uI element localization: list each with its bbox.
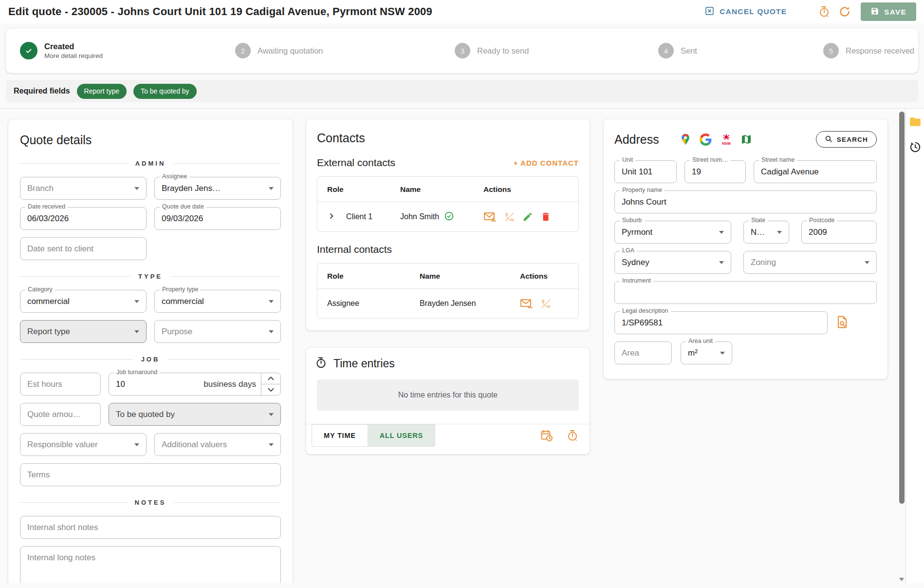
svg-text:NSW: NSW: [722, 141, 731, 146]
est-hours-field[interactable]: Est hours: [20, 373, 101, 396]
quote-due-date-field[interactable]: Quote due date 09/03/2026: [154, 207, 281, 230]
step-label: Created: [44, 42, 103, 51]
step-sent[interactable]: 4 Sent: [658, 28, 697, 73]
expand-row-button[interactable]: [327, 212, 335, 222]
folder-icon[interactable]: [909, 115, 922, 128]
unit-field[interactable]: Unit Unit 101: [614, 160, 677, 183]
additional-valuers-select[interactable]: Additional valuers: [154, 433, 281, 456]
step-awaiting-quotation[interactable]: 2 Awaiting quotation: [235, 28, 323, 73]
purpose-select[interactable]: Purpose: [154, 320, 281, 343]
chevron-down-icon: [777, 231, 782, 234]
timer-button[interactable]: [816, 3, 832, 20]
area-field[interactable]: Area: [614, 341, 672, 364]
step-label: Sent: [681, 46, 697, 56]
required-fields-band: Required fields Report type To be quoted…: [6, 80, 918, 102]
assignee-select[interactable]: Assignee Brayden Jens…: [154, 177, 281, 200]
step-created[interactable]: Created More detail required: [20, 28, 103, 73]
scrollbar-thumb[interactable]: [899, 112, 905, 504]
postcode-field[interactable]: Postcode 2009: [801, 221, 877, 244]
google-maps-pin-icon[interactable]: [680, 133, 691, 146]
lga-select[interactable]: LGA Sydney: [614, 251, 731, 274]
timer-icon[interactable]: [566, 429, 579, 442]
suburb-select[interactable]: Suburb Pyrmont: [614, 221, 731, 244]
legal-description-field[interactable]: Legal description 1/SP69581: [614, 311, 828, 334]
chevron-down-icon: [720, 352, 725, 355]
edit-contact-icon[interactable]: [522, 211, 533, 222]
zoning-select[interactable]: Zoning: [743, 251, 877, 274]
step-sublabel: More detail required: [44, 52, 103, 59]
job-turnaround-stepper: [261, 373, 280, 395]
add-contact-button[interactable]: + ADD CONTACT: [514, 159, 579, 167]
area-unit-select[interactable]: Area unit m²: [681, 341, 732, 364]
column-role: Role: [327, 185, 400, 194]
required-chip-to-be-quoted-by[interactable]: To be quoted by: [133, 84, 197, 99]
property-type-select[interactable]: Property type commercial: [154, 290, 281, 313]
document-search-icon[interactable]: [836, 315, 849, 331]
phone-disabled-icon: [540, 298, 552, 309]
tab-my-time[interactable]: MY TIME: [312, 424, 368, 447]
chevron-down-icon: [134, 187, 139, 190]
report-type-select[interactable]: Report type: [20, 320, 147, 343]
history-icon[interactable]: [909, 141, 921, 153]
step-label: Awaiting quotation: [258, 46, 323, 56]
section-type: TYPE: [138, 273, 163, 280]
terms-field[interactable]: Terms: [20, 463, 281, 486]
vertical-scrollbar[interactable]: [899, 109, 905, 583]
step-ready-to-send[interactable]: 3 Ready to send: [455, 28, 529, 73]
job-turnaround-field[interactable]: Job turnaround 10 business days: [109, 373, 281, 396]
scrollbar-down-arrow[interactable]: [899, 578, 904, 581]
step-number: 5: [823, 43, 839, 58]
increment-button[interactable]: [261, 373, 280, 384]
decrement-button[interactable]: [261, 384, 280, 395]
column-name: Name: [420, 272, 520, 281]
google-icon[interactable]: [700, 133, 712, 146]
table-row: Assignee Brayden Jensen: [317, 289, 578, 318]
column-role: Role: [327, 272, 420, 281]
step-number: 3: [455, 43, 470, 58]
required-chip-report-type[interactable]: Report type: [77, 84, 127, 99]
tab-all-users[interactable]: ALL USERS: [368, 424, 435, 447]
page-title: Edit quote - 230005 - Johns Court Unit 1…: [8, 5, 432, 18]
send-email-icon[interactable]: [483, 211, 497, 223]
street-number-field[interactable]: Street num… 19: [684, 160, 746, 183]
branch-select[interactable]: Branch: [20, 177, 147, 200]
search-icon: [825, 135, 832, 144]
send-email-icon[interactable]: [520, 298, 533, 309]
external-contacts-heading: External contacts: [317, 157, 395, 169]
responsible-valuer-select[interactable]: Responsible valuer: [20, 433, 147, 456]
internal-contacts-heading: Internal contacts: [317, 244, 392, 255]
chevron-down-icon: [134, 300, 139, 303]
instrument-field[interactable]: Instrument: [614, 281, 877, 304]
save-button[interactable]: SAVE: [861, 2, 916, 21]
internal-long-notes-field[interactable]: Internal long notes: [20, 546, 281, 583]
date-received-field[interactable]: Date received 06/03/2026: [20, 207, 147, 230]
header-bar: Edit quote - 230005 - Johns Court Unit 1…: [0, 0, 924, 23]
contacts-card: Contacts External contacts + ADD CONTACT…: [306, 119, 590, 330]
chevron-down-icon: [719, 231, 724, 234]
date-sent-to-client-field[interactable]: Date sent to client: [20, 237, 147, 260]
state-select[interactable]: State N…: [743, 221, 789, 244]
to-be-quoted-by-select[interactable]: To be quoted by: [109, 403, 281, 426]
address-card: Address: [604, 119, 887, 379]
step-label: Ready to send: [477, 46, 529, 56]
delete-contact-icon[interactable]: [540, 211, 551, 222]
cancel-quote-button[interactable]: CANCEL QUOTE: [704, 6, 787, 18]
step-response-received[interactable]: 5 Response received: [823, 28, 914, 73]
category-select[interactable]: Category commercial: [20, 290, 147, 313]
chevron-down-icon: [269, 413, 274, 416]
street-name-field[interactable]: Street name Cadigal Avenue: [754, 160, 877, 183]
time-entries-card: Time entries No time entries for this qu…: [306, 348, 590, 454]
quote-details-title: Quote details: [20, 133, 281, 147]
internal-contacts-table: Role Name Actions Assignee Brayden Jense…: [317, 263, 579, 319]
internal-short-notes-field[interactable]: Internal short notes: [20, 516, 281, 539]
right-toolbar: [906, 109, 924, 583]
address-search-button[interactable]: SEARCH: [816, 131, 877, 148]
nsw-planning-icon[interactable]: NSW: [720, 133, 733, 146]
quote-amount-field[interactable]: Quote amou…: [20, 403, 101, 426]
calendar-clock-icon[interactable]: [540, 429, 553, 442]
map-icon[interactable]: [741, 133, 753, 145]
property-name-field[interactable]: Property name Johns Court: [614, 190, 877, 213]
step-number: 4: [658, 43, 674, 58]
table-row: Client 1 John Smith: [317, 202, 578, 231]
refresh-button[interactable]: [836, 3, 853, 20]
